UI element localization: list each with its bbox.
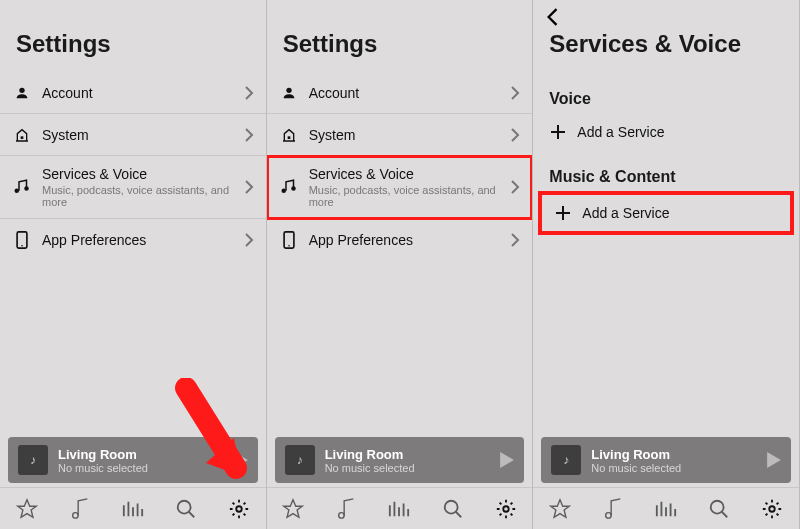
section-header-music: Music & Content: [533, 150, 799, 192]
screen-services-voice: Services & Voice Voice Add a Service Mus…: [533, 0, 800, 529]
plus-icon: [554, 206, 572, 220]
now-playing-bar[interactable]: ♪ Living Room No music selected: [8, 437, 258, 483]
tab-favorites[interactable]: [540, 498, 580, 520]
now-playing-bar[interactable]: ♪ Living Room No music selected: [275, 437, 525, 483]
row-label: System: [42, 127, 244, 143]
row-system[interactable]: System: [267, 114, 533, 156]
row-app-preferences[interactable]: App Preferences: [267, 219, 533, 255]
tab-favorites[interactable]: [7, 498, 47, 520]
svg-point-15: [291, 186, 296, 191]
app-icon: [12, 231, 32, 249]
tab-bar: [533, 487, 799, 529]
row-label: Account: [42, 85, 244, 101]
system-icon: [279, 127, 299, 143]
chevron-right-icon: [244, 86, 254, 100]
svg-point-9: [72, 512, 78, 518]
play-icon[interactable]: [767, 452, 781, 468]
add-service-label: Add a Service: [582, 205, 669, 221]
tab-music[interactable]: [60, 498, 100, 520]
svg-point-5: [21, 244, 23, 246]
row-account[interactable]: Account: [267, 72, 533, 114]
chevron-right-icon: [510, 128, 520, 142]
header: Settings: [267, 0, 533, 72]
tab-settings[interactable]: [752, 498, 792, 520]
chevron-right-icon: [510, 86, 520, 100]
services-icon: [12, 179, 32, 195]
tab-search[interactable]: [699, 498, 739, 520]
now-playing-room: Living Room: [325, 447, 501, 462]
svg-point-12: [286, 87, 291, 92]
system-icon: [12, 127, 32, 143]
plus-icon: [549, 125, 567, 139]
row-services-voice[interactable]: Services & VoiceMusic, podcasts, voice a…: [0, 156, 266, 219]
chevron-right-icon: [510, 180, 520, 194]
tab-settings[interactable]: [219, 498, 259, 520]
row-label: Services & Voice: [42, 166, 244, 182]
svg-point-24: [606, 512, 612, 518]
app-icon: [279, 231, 299, 249]
row-app-preferences[interactable]: App Preferences: [0, 219, 266, 255]
svg-point-23: [503, 506, 509, 512]
album-art-icon: ♪: [285, 445, 315, 475]
now-playing-bar[interactable]: ♪ Living Room No music selected: [541, 437, 791, 483]
account-icon: [12, 85, 32, 101]
tab-rooms[interactable]: [646, 499, 686, 519]
add-service-voice[interactable]: Add a Service: [533, 114, 799, 150]
svg-point-26: [770, 506, 776, 512]
tab-settings[interactable]: [486, 498, 526, 520]
add-service-label: Add a Service: [577, 124, 664, 140]
chevron-right-icon: [244, 180, 254, 194]
services-list: Voice Add a Service Music & Content Add …: [533, 72, 799, 255]
play-icon[interactable]: [234, 452, 248, 468]
tab-music[interactable]: [326, 498, 366, 520]
row-label: Services & Voice: [309, 166, 511, 182]
screen-settings-2: Settings Account System Services & Voice…: [267, 0, 534, 529]
svg-rect-13: [287, 136, 290, 139]
back-button[interactable]: [545, 8, 559, 26]
svg-point-22: [444, 500, 457, 513]
add-service-music[interactable]: Add a Service: [539, 192, 793, 234]
row-account[interactable]: Account: [0, 72, 266, 114]
album-art-icon: ♪: [551, 445, 581, 475]
now-playing-room: Living Room: [58, 447, 234, 462]
svg-point-25: [711, 500, 724, 513]
now-playing-status: No music selected: [325, 462, 501, 474]
now-playing-status: No music selected: [591, 462, 767, 474]
header: Settings: [0, 0, 266, 72]
row-sublabel: Music, podcasts, voice assistants, and m…: [42, 184, 244, 208]
tab-rooms[interactable]: [113, 499, 153, 519]
chevron-right-icon: [244, 233, 254, 247]
album-art-icon: ♪: [18, 445, 48, 475]
section-header-voice: Voice: [533, 72, 799, 114]
settings-list: Account System Services & VoiceMusic, po…: [0, 72, 266, 255]
settings-list: Account System Services & VoiceMusic, po…: [267, 72, 533, 255]
tab-bar: [0, 487, 266, 529]
header: Services & Voice: [533, 0, 799, 72]
row-label: App Preferences: [309, 232, 511, 248]
row-sublabel: Music, podcasts, voice assistants, and m…: [309, 184, 511, 208]
row-services-voice[interactable]: Services & VoiceMusic, podcasts, voice a…: [267, 156, 533, 219]
page-title: Services & Voice: [549, 30, 783, 58]
row-label: App Preferences: [42, 232, 244, 248]
tab-bar: [267, 487, 533, 529]
now-playing-status: No music selected: [58, 462, 234, 474]
svg-point-21: [339, 512, 345, 518]
chevron-right-icon: [510, 233, 520, 247]
tab-favorites[interactable]: [273, 498, 313, 520]
svg-point-3: [24, 186, 29, 191]
page-title: Settings: [16, 30, 250, 58]
play-icon[interactable]: [500, 452, 514, 468]
now-playing-room: Living Room: [591, 447, 767, 462]
row-system[interactable]: System: [0, 114, 266, 156]
chevron-right-icon: [244, 128, 254, 142]
screen-settings-1: Settings Account System Services & Voice…: [0, 0, 267, 529]
tab-music[interactable]: [593, 498, 633, 520]
services-icon: [279, 179, 299, 195]
svg-point-10: [178, 500, 191, 513]
tab-rooms[interactable]: [379, 499, 419, 519]
svg-point-0: [19, 87, 24, 92]
tab-search[interactable]: [166, 498, 206, 520]
page-title: Settings: [283, 30, 517, 58]
svg-point-11: [236, 506, 242, 512]
tab-search[interactable]: [433, 498, 473, 520]
